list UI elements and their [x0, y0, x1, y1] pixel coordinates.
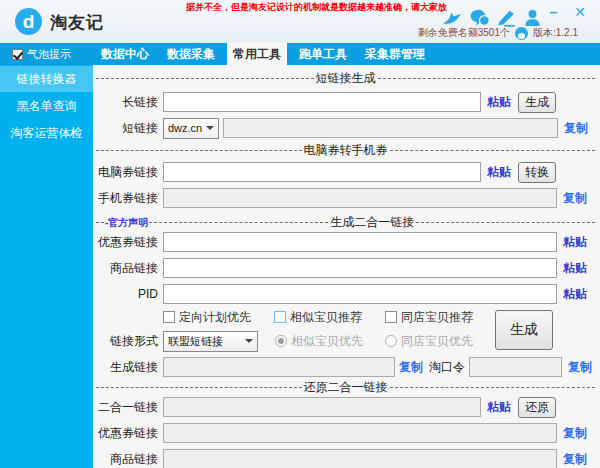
official-disclaimer-link[interactable]: -官方声明: [105, 216, 148, 230]
chat-icon[interactable]: [469, 9, 490, 27]
mobile-coupon-row: 手机券链接 复制: [93, 188, 600, 208]
item-link-input[interactable]: [163, 258, 557, 278]
item-out-row: 商品链接 复制: [93, 449, 600, 468]
checkbox-same-shop-recommend[interactable]: 同店宝贝推荐: [385, 309, 496, 326]
paste-pid[interactable]: 粘贴: [563, 286, 587, 303]
divider-combine: -官方声明 生成二合一链接: [96, 216, 595, 229]
nav-tabs: 数据中心 数据采集 常用工具 跑单工具 采集群管理: [95, 43, 431, 65]
radio-icon[interactable]: [385, 335, 397, 347]
link-form-label: 链接形式: [93, 333, 158, 350]
coupon-link-row: 优惠券链接 粘贴: [93, 232, 600, 252]
paste-pc-coupon[interactable]: 粘贴: [487, 164, 511, 181]
announcement-marquee: 据并不全，但是淘友记设计的机制就是数据越来越准确，请大家放: [186, 1, 452, 14]
short-link-label: 短链接: [93, 120, 158, 137]
radio-same-shop-first[interactable]: 同店宝贝优先: [385, 333, 495, 350]
item-out-output[interactable]: [163, 449, 557, 468]
restore-button[interactable]: 还原: [518, 397, 556, 418]
bubble-tip-checkbox[interactable]: [12, 49, 23, 60]
mobile-coupon-output[interactable]: [163, 188, 557, 208]
convert-button[interactable]: 转换: [518, 162, 556, 183]
quota-line: 剩余免费名额3501个 版本:1.2.1: [418, 26, 578, 40]
user-icon[interactable]: [523, 9, 542, 27]
combo-link-label: 二合一链接: [93, 399, 158, 416]
sidebar-item-health-check[interactable]: 淘客运营体检: [0, 120, 93, 146]
long-link-label: 长链接: [93, 94, 158, 111]
radio-label: 同店宝贝优先: [401, 333, 473, 350]
radio-similar-first[interactable]: 相似宝贝优先: [275, 333, 385, 350]
copy-item-out[interactable]: 复制: [563, 451, 587, 468]
section-title: 生成二合一链接: [330, 214, 414, 231]
bubble-tip-toggle[interactable]: 气泡提示: [12, 43, 71, 65]
short-link-output[interactable]: [223, 118, 558, 138]
coupon-out-output[interactable]: [163, 423, 557, 443]
app-window: d 淘友记 据并不全，但是淘友记设计的机制就是数据越来越准确，请大家放: [0, 0, 600, 468]
titlebar: d 淘友记 据并不全，但是淘友记设计的机制就是数据越来越准确，请大家放: [0, 0, 600, 43]
minimize-button[interactable]: –: [549, 5, 557, 19]
bird-icon[interactable]: [442, 9, 462, 27]
pc-coupon-label: 电脑券链接: [93, 164, 158, 181]
coupon-out-label: 优惠券链接: [93, 425, 158, 442]
tab-data-collect[interactable]: 数据采集: [161, 43, 221, 65]
divider-pc-to-mobile: 电脑券转手机券: [96, 144, 595, 157]
short-link-provider-select[interactable]: dwz.cn: [163, 118, 219, 139]
long-link-input[interactable]: [163, 92, 481, 112]
generate-combined-button[interactable]: 生成: [495, 310, 553, 350]
result-link-label: 生成链接: [93, 359, 158, 376]
sidebar: 链接转换器 黑名单查询 淘客运营体检: [0, 65, 93, 468]
link-form-value: 联盟短链接: [168, 334, 223, 349]
checkbox-directional-plan[interactable]: 定向计划优先: [163, 309, 274, 326]
copy-taokouling[interactable]: 复制: [568, 359, 592, 376]
copy-coupon-out[interactable]: 复制: [563, 425, 587, 442]
app-name: 淘友记: [50, 11, 104, 34]
checkbox-icon[interactable]: [163, 311, 175, 323]
radio-icon[interactable]: [275, 335, 287, 347]
close-button[interactable]: ✕: [574, 5, 586, 19]
tab-order-tools[interactable]: 跑单工具: [293, 43, 353, 65]
short-link-row: 短链接 dwz.cn 复制: [93, 118, 600, 138]
copy-short-link[interactable]: 复制: [564, 120, 588, 137]
copy-result-link[interactable]: 复制: [399, 359, 423, 376]
checkbox-label: 同店宝贝推荐: [401, 309, 473, 326]
link-form-select[interactable]: 联盟短链接: [163, 331, 258, 352]
tab-group-manage[interactable]: 采集群管理: [359, 43, 431, 65]
result-link-output[interactable]: [163, 357, 395, 377]
item-link-label: 商品链接: [93, 260, 158, 277]
navbar: 气泡提示 数据中心 数据采集 常用工具 跑单工具 采集群管理: [0, 43, 600, 65]
section-title: 短链接生成: [316, 70, 376, 87]
result-row: 生成链接 复制 淘口令 复制: [93, 357, 600, 377]
checkbox-icon[interactable]: [274, 311, 286, 323]
paste-long-link[interactable]: 粘贴: [487, 94, 511, 111]
generate-short-link-button[interactable]: 生成: [518, 92, 556, 113]
paste-combo-link[interactable]: 粘贴: [487, 399, 511, 416]
combo-link-input[interactable]: [163, 397, 481, 417]
paste-coupon-link[interactable]: 粘贴: [563, 234, 587, 251]
pid-row: PID 粘贴: [93, 284, 600, 304]
pencil-icon[interactable]: [497, 9, 516, 27]
pid-input[interactable]: [163, 284, 557, 304]
tab-common-tools[interactable]: 常用工具: [227, 43, 287, 65]
window-controls: – ✕: [549, 5, 586, 19]
radio-label: 相似宝贝优先: [291, 333, 363, 350]
sidebar-item-link-converter[interactable]: 链接转换器: [0, 66, 93, 92]
taokouling-output[interactable]: [469, 357, 562, 377]
main-panel: 短链接生成 长链接 粘贴 生成 短链接 dwz.cn 复制 电脑券转手机券 电脑…: [93, 65, 600, 468]
app-logo-icon: d: [15, 8, 42, 35]
sidebar-item-blacklist[interactable]: 黑名单查询: [0, 93, 93, 119]
long-link-row: 长链接 粘贴 生成: [93, 92, 600, 112]
checkbox-similar-recommend[interactable]: 相似宝贝推荐: [274, 309, 385, 326]
checkbox-label: 相似宝贝推荐: [290, 309, 362, 326]
divider-short-link: 短链接生成: [96, 72, 595, 85]
pid-label: PID: [93, 287, 158, 301]
coupon-link-input[interactable]: [163, 232, 557, 252]
coupon-out-row: 优惠券链接 复制: [93, 423, 600, 443]
chevron-down-icon: [245, 339, 253, 343]
tab-data-center[interactable]: 数据中心: [95, 43, 155, 65]
titlebar-icons: [442, 9, 542, 27]
item-out-label: 商品链接: [93, 451, 158, 468]
pc-coupon-input[interactable]: [163, 162, 481, 182]
provider-value: dwz.cn: [168, 122, 202, 134]
copy-mobile-coupon[interactable]: 复制: [563, 190, 587, 207]
checkbox-icon[interactable]: [385, 311, 397, 323]
paste-item-link[interactable]: 粘贴: [563, 260, 587, 277]
section-title: 还原二合一链接: [304, 379, 388, 396]
